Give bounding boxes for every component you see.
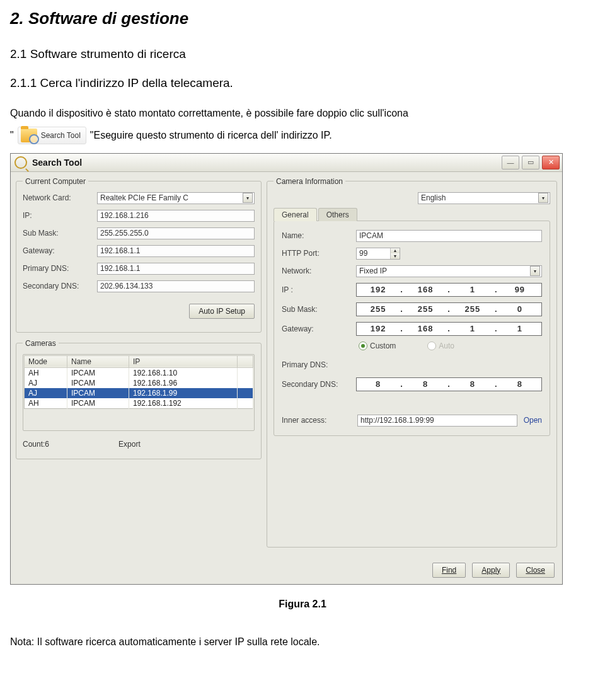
- table-row[interactable]: AHIPCAM192.168.1.192: [25, 398, 253, 409]
- primary-dns-label: Primary DNS:: [23, 264, 92, 273]
- find-button[interactable]: Find: [432, 563, 466, 578]
- cam-ip-label: IP :: [282, 285, 351, 294]
- submask-label: Sub Mask:: [23, 229, 92, 238]
- cam-ip-input[interactable]: 192. 168. 1. 99: [356, 283, 542, 297]
- note: Nota: Il software ricerca automaticament…: [10, 636, 595, 648]
- folder-magnifier-icon: [21, 129, 37, 142]
- radio-checked-icon: [359, 341, 367, 350]
- primary-dns-field: 192.168.1.1: [97, 263, 255, 275]
- minimize-button[interactable]: —: [502, 156, 519, 169]
- paragraph-1-continued: "Eseguire questo strumento di ricerca de…: [90, 130, 332, 141]
- export-link[interactable]: Export: [118, 440, 141, 449]
- gateway-field: 192.168.1.1: [97, 245, 255, 257]
- network-card-label: Network Card:: [23, 193, 92, 202]
- chevron-down-icon: ▾: [538, 193, 548, 203]
- cam-submask-label: Sub Mask:: [282, 305, 351, 314]
- gateway-label: Gateway:: [23, 246, 92, 255]
- cam-secondary-dns-input[interactable]: 8. 8. 8. 8: [356, 377, 542, 391]
- search-tool-window[interactable]: Search Tool — ▭ ✕ Current Computer Netwo…: [10, 153, 563, 585]
- cameras-legend: Cameras: [23, 339, 59, 348]
- camera-information-legend: Camera Information: [274, 177, 345, 186]
- language-select[interactable]: English ▾: [418, 192, 550, 204]
- close-button-footer[interactable]: Close: [516, 563, 555, 578]
- cam-gateway-label: Gateway:: [282, 324, 351, 333]
- section-heading: 2. Software di gestione: [10, 9, 595, 28]
- col-name[interactable]: Name: [67, 355, 129, 367]
- tab-panel-general: Name: IPCAM HTTP Port: 99 ▲▼ Network:: [274, 221, 550, 436]
- submask-field: 255.255.255.0: [97, 227, 255, 239]
- current-computer-legend: Current Computer: [23, 177, 88, 186]
- inner-access-label: Inner access:: [282, 416, 351, 425]
- cameras-table[interactable]: Mode Name IP AHIPCAM192.168.1.10AJIPCAM1…: [24, 355, 253, 409]
- search-tool-desktop-icon: Search Tool: [18, 127, 86, 144]
- restore-button[interactable]: ▭: [522, 156, 539, 169]
- chevron-down-icon: ▾: [243, 193, 253, 203]
- window-controls: — ▭ ✕: [502, 156, 560, 169]
- magnifier-icon: [14, 156, 27, 169]
- cam-gateway-input[interactable]: 192. 168. 1. 1: [356, 322, 542, 336]
- figure-caption: Figura 2.1: [10, 599, 595, 610]
- auto-ip-setup-button[interactable]: Auto IP Setup: [189, 304, 255, 319]
- secondary-dns-field: 202.96.134.133: [97, 280, 255, 292]
- search-tool-icon-label: Search Tool: [41, 131, 81, 140]
- chevron-down-icon: ▾: [530, 266, 540, 276]
- chevron-down-icon[interactable]: ▼: [391, 253, 400, 259]
- chevron-up-icon[interactable]: ▲: [391, 248, 400, 254]
- apply-button[interactable]: Apply: [472, 563, 510, 578]
- subsection-heading-2: 2.1.1 Cerca l'indirizzo IP della telecam…: [10, 76, 595, 90]
- table-row[interactable]: AHIPCAM192.168.1.10: [25, 367, 253, 378]
- network-label: Network:: [282, 267, 351, 275]
- tab-others[interactable]: Others: [318, 208, 357, 221]
- current-computer-group: Current Computer Network Card: Realtek P…: [16, 177, 262, 333]
- paragraph-1: Quando il dispositivo è stato montato co…: [10, 105, 595, 122]
- custom-radio[interactable]: Custom: [359, 341, 396, 350]
- http-port-label: HTTP Port:: [282, 249, 351, 258]
- auto-radio[interactable]: Auto: [427, 341, 454, 350]
- table-row[interactable]: AJIPCAM192.168.1.96: [25, 378, 253, 388]
- ip-label: IP:: [23, 211, 92, 220]
- cameras-group: Cameras Mode Name IP AHIPCAM192.168.1.10…: [16, 339, 262, 459]
- subsection-heading-1: 2.1 Software strumento di ricerca: [10, 47, 595, 61]
- inner-access-field[interactable]: http://192.168.1.99:99: [357, 415, 517, 427]
- cam-primary-dns-label: Primary DNS:: [282, 360, 351, 369]
- footer-buttons: Find Apply Close: [11, 559, 562, 584]
- cam-secondary-dns-label: Secondary DNS:: [282, 380, 351, 389]
- count-label: Count:6: [23, 440, 49, 449]
- radio-icon: [427, 341, 436, 350]
- col-ip[interactable]: IP: [129, 355, 238, 367]
- http-port-stepper[interactable]: 99 ▲▼: [356, 248, 400, 260]
- cameras-table-wrap[interactable]: Mode Name IP AHIPCAM192.168.1.10AJIPCAM1…: [23, 354, 255, 431]
- col-mode[interactable]: Mode: [25, 355, 67, 367]
- cam-name-label: Name:: [282, 231, 351, 240]
- title-bar[interactable]: Search Tool — ▭ ✕: [11, 154, 562, 172]
- secondary-dns-label: Secondary DNS:: [23, 282, 92, 290]
- cam-submask-input[interactable]: 255. 255. 255. 0: [356, 302, 542, 316]
- tabs: General Others: [274, 208, 550, 221]
- network-select[interactable]: Fixed IP ▾: [356, 265, 542, 277]
- cam-name-input[interactable]: IPCAM: [356, 230, 542, 242]
- camera-information-group: Camera Information English ▾ General Oth…: [267, 177, 557, 548]
- tab-general[interactable]: General: [274, 208, 317, 221]
- close-button[interactable]: ✕: [542, 156, 560, 169]
- window-title: Search Tool: [32, 158, 82, 168]
- quote-open: ": [10, 130, 14, 141]
- network-card-select[interactable]: Realtek PCIe FE Family C ▾: [97, 192, 255, 204]
- table-row[interactable]: AJIPCAM192.168.1.99: [25, 388, 253, 398]
- col-spacer[interactable]: [238, 355, 253, 367]
- ip-field: 192.168.1.216: [97, 210, 255, 222]
- open-link[interactable]: Open: [524, 416, 542, 425]
